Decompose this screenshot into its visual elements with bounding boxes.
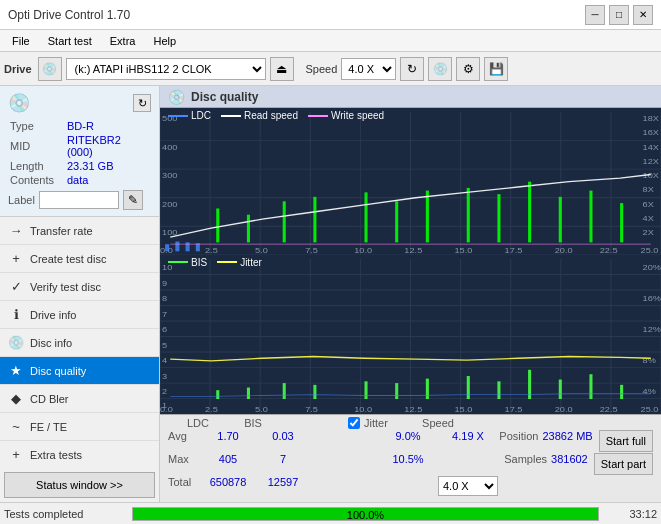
- samples-value: 381602: [551, 453, 588, 465]
- svg-text:0.0: 0.0: [160, 405, 173, 414]
- disc-quality-header-icon: 💿: [168, 89, 185, 105]
- nav-label-cd-bler: CD Bler: [30, 393, 69, 405]
- nav-label-drive-info: Drive info: [30, 309, 76, 321]
- sidebar-item-create-test-disc[interactable]: + Create test disc: [0, 245, 159, 273]
- svg-text:12.5: 12.5: [404, 405, 422, 414]
- svg-text:15.0: 15.0: [454, 246, 472, 255]
- disc-quality-header: 💿 Disc quality: [160, 86, 661, 108]
- legend-read-label: Read speed: [244, 110, 298, 121]
- legend-jitter: Jitter: [217, 257, 262, 268]
- nav-label-extra-tests: Extra tests: [30, 449, 82, 461]
- sidebar-item-disc-quality[interactable]: ★ Disc quality: [0, 357, 159, 385]
- legend-read-speed: Read speed: [221, 110, 298, 121]
- menu-extra[interactable]: Extra: [102, 33, 144, 49]
- progress-label: 100.0%: [133, 508, 598, 522]
- ldc-col-header: LDC: [168, 417, 228, 429]
- avg-jitter: 9.0%: [378, 430, 438, 452]
- time-display: 33:12: [607, 508, 657, 520]
- svg-text:2.5: 2.5: [205, 405, 218, 414]
- legend-jitter-label: Jitter: [240, 257, 262, 268]
- sidebar-item-transfer-rate[interactable]: → Transfer rate: [0, 217, 159, 245]
- status-window-button[interactable]: Status window >>: [4, 472, 155, 498]
- upper-chart: LDC Read speed Write speed: [160, 108, 661, 255]
- menu-file[interactable]: File: [4, 33, 38, 49]
- svg-text:5.0: 5.0: [255, 246, 268, 255]
- create-test-disc-icon: +: [8, 251, 24, 267]
- drive-select[interactable]: (k:) ATAPI iHBS112 2 CLOK: [66, 58, 266, 80]
- legend-write-label: Write speed: [331, 110, 384, 121]
- avg-speed: 4.19 X: [438, 430, 498, 452]
- svg-text:7.5: 7.5: [305, 246, 318, 255]
- progress-bar: 100.0%: [132, 507, 599, 521]
- svg-rect-47: [247, 215, 250, 243]
- sidebar-item-verify-test-disc[interactable]: ✓ Verify test disc: [0, 273, 159, 301]
- type-value: BD-R: [67, 120, 149, 132]
- label-input[interactable]: [39, 191, 119, 209]
- svg-text:20%: 20%: [643, 262, 661, 271]
- position-value: 23862 MB: [542, 430, 592, 442]
- settings-button[interactable]: ⚙: [456, 57, 480, 81]
- start-part-button[interactable]: Start part: [594, 453, 653, 475]
- sidebar-item-fe-te[interactable]: ~ FE / TE: [0, 413, 159, 441]
- legend-write-speed: Write speed: [308, 110, 384, 121]
- sidebar-item-cd-bler[interactable]: ◆ CD Bler: [0, 385, 159, 413]
- svg-text:16X: 16X: [643, 128, 660, 137]
- svg-rect-55: [528, 182, 531, 243]
- svg-rect-111: [395, 383, 398, 399]
- sidebar-item-disc-info[interactable]: 💿 Disc info: [0, 329, 159, 357]
- drive-label: Drive: [4, 63, 32, 75]
- svg-text:5.0: 5.0: [255, 405, 268, 414]
- stats-bar: LDC BIS Jitter Speed Avg 1.70 0.03 9.0% …: [160, 414, 661, 502]
- samples-label: Samples: [504, 453, 547, 465]
- speed-dropdown[interactable]: 4.0 X: [438, 476, 498, 496]
- svg-rect-113: [467, 376, 470, 399]
- svg-rect-54: [497, 194, 500, 242]
- eject-button[interactable]: ⏏: [270, 57, 294, 81]
- main-layout: 💿 ↻ Type BD-R MID RITEKBR2 (000) Length …: [0, 86, 661, 502]
- nav-label-create-test-disc: Create test disc: [30, 253, 106, 265]
- refresh-button[interactable]: ↻: [400, 57, 424, 81]
- avg-label: Avg: [168, 430, 198, 452]
- avg-bis: 0.03: [258, 430, 308, 452]
- svg-text:14X: 14X: [643, 142, 660, 151]
- jitter-col-header: Jitter: [364, 417, 388, 429]
- close-button[interactable]: ✕: [633, 5, 653, 25]
- contents-label: Contents: [10, 174, 65, 186]
- svg-text:20.0: 20.0: [555, 246, 573, 255]
- drive-icon-button[interactable]: 💿: [38, 57, 62, 81]
- lower-chart: BIS Jitter: [160, 255, 661, 414]
- fe-te-icon: ~: [8, 419, 24, 435]
- title-bar: Opti Drive Control 1.70 ─ □ ✕: [0, 0, 661, 30]
- svg-text:7: 7: [162, 309, 167, 318]
- verify-test-disc-icon: ✓: [8, 279, 24, 295]
- drive-info-icon: ℹ: [8, 307, 24, 323]
- svg-rect-43: [175, 241, 179, 251]
- minimize-button[interactable]: ─: [585, 5, 605, 25]
- svg-text:22.5: 22.5: [600, 405, 618, 414]
- jitter-checkbox[interactable]: [348, 417, 360, 429]
- svg-rect-53: [467, 188, 470, 242]
- sidebar-item-drive-info[interactable]: ℹ Drive info: [0, 301, 159, 329]
- label-edit-button[interactable]: ✎: [123, 190, 143, 210]
- transfer-rate-icon: →: [8, 223, 24, 239]
- disc-info-icon: 💿: [8, 335, 24, 351]
- mid-value: RITEKBR2 (000): [67, 134, 149, 158]
- disc-quality-title: Disc quality: [191, 90, 258, 104]
- upper-chart-legend: LDC Read speed Write speed: [168, 110, 384, 121]
- disc-button[interactable]: 💿: [428, 57, 452, 81]
- svg-rect-48: [283, 201, 286, 242]
- svg-text:4: 4: [162, 355, 167, 364]
- menu-help[interactable]: Help: [145, 33, 184, 49]
- svg-rect-118: [620, 385, 623, 399]
- start-full-button[interactable]: Start full: [599, 430, 653, 452]
- svg-text:2X: 2X: [643, 228, 654, 237]
- maximize-button[interactable]: □: [609, 5, 629, 25]
- save-button[interactable]: 💾: [484, 57, 508, 81]
- nav-list: → Transfer rate + Create test disc ✓ Ver…: [0, 217, 159, 468]
- menu-start-test[interactable]: Start test: [40, 33, 100, 49]
- disc-refresh-button[interactable]: ↻: [133, 94, 151, 112]
- svg-rect-112: [426, 379, 429, 399]
- speed-select[interactable]: 4.0 X: [341, 58, 396, 80]
- sidebar-item-extra-tests[interactable]: + Extra tests: [0, 441, 159, 468]
- svg-text:20.0: 20.0: [555, 405, 573, 414]
